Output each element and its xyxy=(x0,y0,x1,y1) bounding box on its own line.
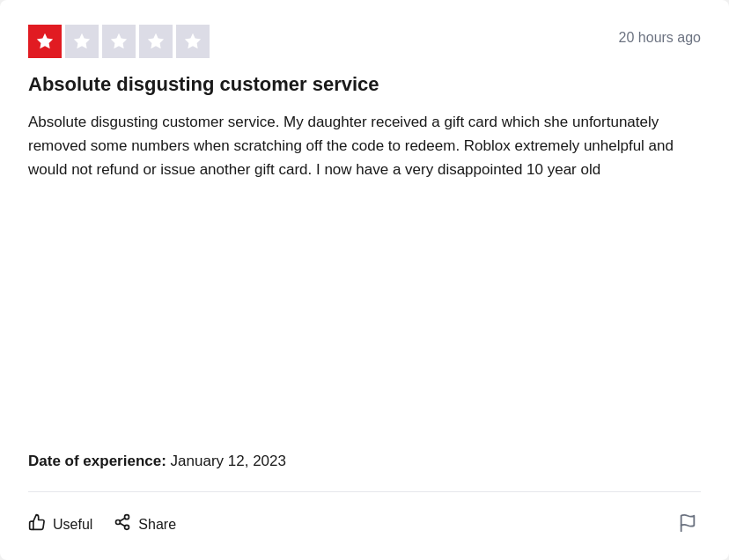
timestamp: 20 hours ago xyxy=(619,25,701,46)
review-body: Absolute disgusting customer service. My… xyxy=(28,110,701,435)
date-label: Date of experience: xyxy=(28,453,166,469)
action-buttons: Useful Share xyxy=(28,510,176,539)
star-5-empty xyxy=(176,25,210,58)
flag-button[interactable] xyxy=(674,510,701,539)
thumbs-up-icon xyxy=(28,513,46,535)
action-bar: Useful Share xyxy=(28,506,701,542)
useful-label: Useful xyxy=(53,517,92,533)
flag-icon xyxy=(678,513,697,535)
svg-line-4 xyxy=(121,518,126,520)
date-value: January 12, 2023 xyxy=(171,453,286,469)
date-of-experience: Date of experience: January 12, 2023 xyxy=(28,453,701,470)
useful-button[interactable]: Useful xyxy=(28,510,92,539)
review-card: 20 hours ago Absolute disgusting custome… xyxy=(0,0,729,560)
star-1-filled xyxy=(28,25,62,58)
star-4-empty xyxy=(139,25,173,58)
share-icon xyxy=(114,513,131,535)
star-3-empty xyxy=(102,25,136,58)
svg-line-3 xyxy=(121,523,126,526)
review-title: Absolute disgusting customer service xyxy=(28,72,701,98)
card-header: 20 hours ago xyxy=(28,25,701,58)
star-2-empty xyxy=(65,25,99,58)
share-button[interactable]: Share xyxy=(114,510,176,539)
divider xyxy=(28,491,701,492)
share-label: Share xyxy=(138,517,176,533)
star-rating xyxy=(28,25,210,58)
